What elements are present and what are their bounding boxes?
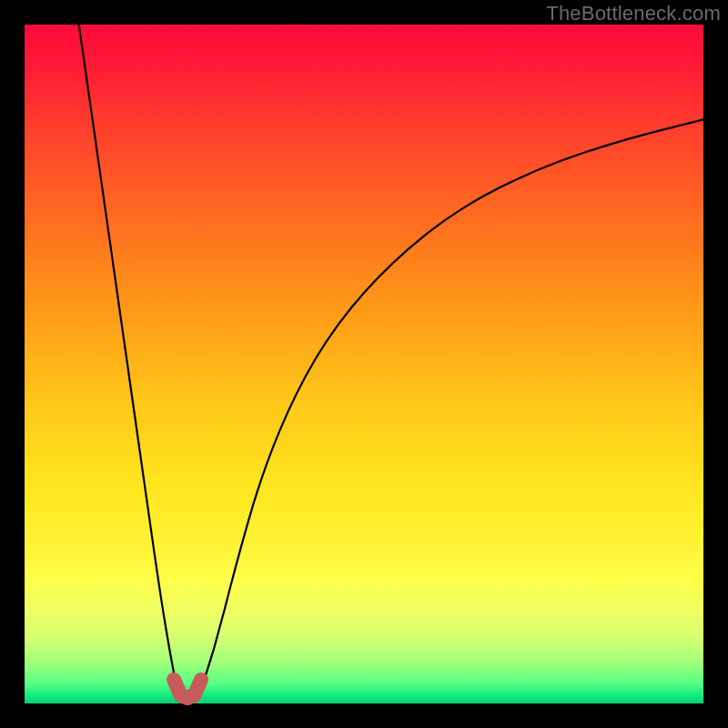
right-branch-curve [201, 119, 703, 690]
plot-area [25, 25, 703, 703]
minimum-marker [174, 680, 201, 698]
left-branch-curve [79, 25, 177, 690]
watermark-text: TheBottleneck.com [546, 2, 721, 25]
chart-frame: TheBottleneck.com [0, 0, 728, 728]
curve-layer [25, 25, 703, 703]
